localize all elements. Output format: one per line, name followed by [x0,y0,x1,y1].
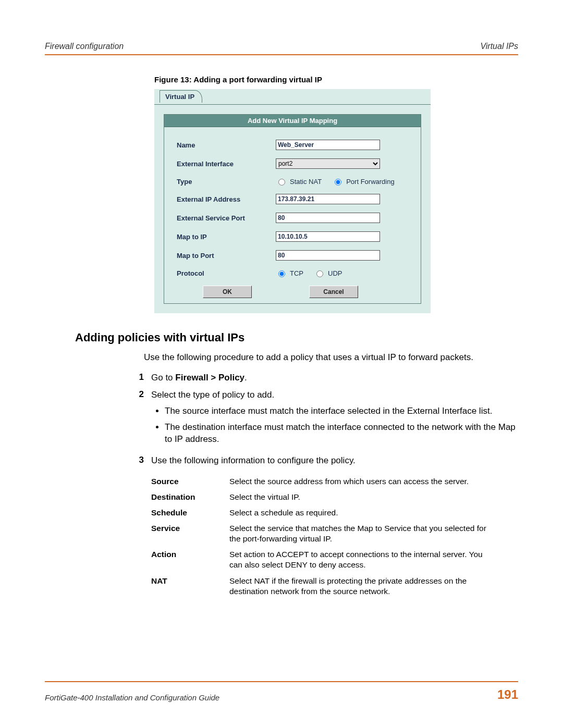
policy-label: Destination [151,492,229,502]
step2-bullet-1: The source interface must match the inte… [165,405,518,417]
policy-row-action: Action Set action to ACCEPT to accept co… [151,549,495,570]
step1-suffix: . [244,373,247,382]
step-1: 1 Go to Firewall > Policy. [144,372,518,384]
protocol-radio-group: TCP UDP [276,269,349,277]
step2-bullet-2: The destination interface must match the… [165,422,518,446]
row-ext-ip: External IP Address [177,194,408,204]
radio-udp[interactable] [316,270,323,277]
virtual-ip-dialog: Virtual IP Add New Virtual IP Mapping Na… [154,89,431,313]
tab-virtual-ip[interactable]: Virtual IP [160,90,202,103]
policy-row-destination: Destination Select the virtual IP. [151,492,495,502]
page-header: Firewall configuration Virtual IPs [45,42,518,55]
step-number: 3 [128,455,151,465]
policy-value: Select a schedule as required. [229,508,495,518]
panel-title: Add New Virtual IP Mapping [164,115,421,127]
step-body: Go to Firewall > Policy. [151,372,518,384]
step2-bullets: The source interface must match the inte… [151,405,518,446]
row-ext-interface: External Interface port2 [177,158,408,169]
radio-udp-label: UDP [328,269,342,277]
cancel-button[interactable]: Cancel [309,286,358,298]
tab-underline [154,104,431,105]
label-map-port: Map to Port [177,252,276,260]
radio-static-nat-label: Static NAT [290,178,322,186]
policy-label: NAT [151,576,229,597]
policy-value: Set action to ACCEPT to accept connectio… [229,549,495,570]
steps-list: 1 Go to Firewall > Policy. 2 Select the … [144,372,518,602]
label-map-ip: Map to IP [177,233,276,241]
row-map-ip: Map to IP [177,231,408,242]
row-ext-port: External Service Port [177,213,408,223]
step-body: Select the type of policy to add. The so… [151,389,518,450]
step1-prefix: Go to [151,373,175,382]
panel: Add New Virtual IP Mapping Name External… [164,114,421,304]
ext-interface-select[interactable]: port2 [276,158,380,169]
ok-button[interactable]: OK [203,286,252,298]
row-type: Type Static NAT Port Forwarding [177,177,408,186]
page-footer: FortiGate-400 Installation and Configura… [45,681,518,702]
policy-row-schedule: Schedule Select a schedule as required. [151,508,495,518]
row-map-port: Map to Port [177,250,408,261]
ext-ip-input[interactable] [276,194,380,204]
label-protocol: Protocol [177,269,276,277]
policy-label: Schedule [151,508,229,518]
radio-port-forwarding-label: Port Forwarding [346,178,394,186]
label-name: Name [177,141,276,149]
policy-row-source: Source Select the source address from wh… [151,476,495,487]
name-input[interactable] [276,140,380,150]
footer-title: FortiGate-400 Installation and Configura… [45,693,219,702]
radio-tcp[interactable] [278,270,285,277]
page-number: 191 [497,687,518,702]
radio-port-forwarding[interactable] [335,179,341,186]
figure-caption: Figure 13: Adding a port forwarding virt… [154,75,518,84]
policy-value: Select the service that matches the Map … [229,523,495,544]
header-right: Virtual IPs [480,42,518,51]
map-port-input[interactable] [276,250,380,261]
step-2: 2 Select the type of policy to add. The … [144,389,518,450]
step1-bold: Firewall > Policy [175,373,244,382]
step-number: 2 [128,389,151,400]
step-body: Use the following information to configu… [151,455,518,602]
step2-text: Select the type of policy to add. [151,390,274,400]
policy-label: Service [151,523,229,544]
row-protocol: Protocol TCP UDP [177,269,408,277]
step-3: 3 Use the following information to confi… [144,455,518,602]
button-row: OK Cancel [177,286,408,298]
type-radio-group: Static NAT Port Forwarding [276,177,402,186]
map-ip-input[interactable] [276,231,380,242]
label-ext-port: External Service Port [177,214,276,222]
row-name: Name [177,140,408,150]
policy-table: Source Select the source address from wh… [151,476,495,597]
ext-port-input[interactable] [276,213,380,223]
policy-label: Action [151,549,229,570]
policy-value: Select the source address from which use… [229,476,495,487]
tab-row: Virtual IP [154,89,431,105]
policy-value: Select NAT if the firewall is protecting… [229,576,495,597]
policy-label: Source [151,476,229,487]
policy-row-nat: NAT Select NAT if the firewall is protec… [151,576,495,597]
label-ext-interface: External Interface [177,160,276,168]
label-type: Type [177,178,276,186]
intro-text: Use the following procedure to add a pol… [144,352,518,364]
policy-row-service: Service Select the service that matches … [151,523,495,544]
section-heading: Adding policies with virtual IPs [75,331,518,344]
label-ext-ip: External IP Address [177,195,276,203]
header-left: Firewall configuration [45,42,124,51]
radio-tcp-label: TCP [290,269,303,277]
step3-text: Use the following information to configu… [151,455,356,465]
form-area: Name External Interface port2 Type Stati… [164,127,421,303]
radio-static-nat[interactable] [278,179,285,186]
step-number: 1 [128,372,151,382]
policy-value: Select the virtual IP. [229,492,495,502]
